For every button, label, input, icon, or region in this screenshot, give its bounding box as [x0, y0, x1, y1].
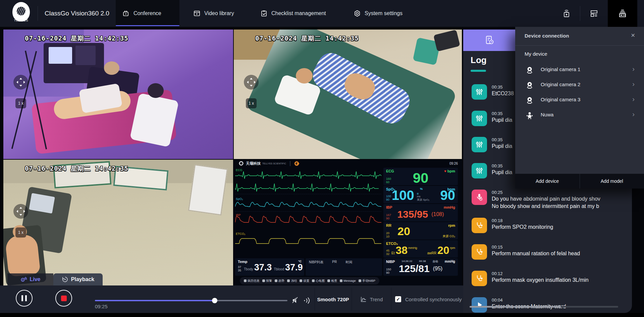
monitor-ecg-panel: ECG ♥ bpm 16060 90 — [383, 168, 458, 185]
device-item-original-camera-3[interactable]: Original camera 3 › — [515, 93, 644, 108]
zoom-level-badge[interactable]: 1 x — [246, 98, 257, 108]
dpad-arrows-icon — [15, 206, 26, 217]
volume-waves-button[interactable] — [303, 297, 311, 305]
log-entry[interactable]: 00:18 Perform SPO2 monitoring — [472, 218, 629, 238]
taskbar-item[interactable]: 设置 — [300, 279, 309, 283]
device-item-original-camera-1[interactable]: Original camera 1 › — [515, 62, 644, 77]
log-entry-text: No bloody show and intermittent pain at … — [492, 203, 599, 209]
ecg-hi: 160 — [386, 177, 391, 180]
chevron-right-icon: › — [632, 110, 635, 118]
log-entry-text: EtCO238 — [492, 91, 514, 97]
webcam-icon — [525, 66, 534, 74]
tab-system-settings-label: System settings — [365, 10, 402, 16]
stop-icon — [61, 296, 67, 301]
tab-video-library[interactable]: Video library — [186, 0, 241, 27]
add-device-button[interactable]: Add device — [515, 174, 580, 189]
screen-cast-button[interactable] — [557, 0, 576, 27]
log-scrollbar-thumb[interactable] — [470, 306, 561, 308]
monitor-nibp-list-panel: NIBP列表 PR 时间 — [306, 258, 382, 276]
taskbar-item[interactable]: 病历信息 — [244, 279, 260, 283]
taskbar-label: 检查 — [331, 279, 337, 283]
quality-selector[interactable]: Smooth 720P — [315, 285, 352, 313]
monitor-temp-panel: Temp °C 3735 Tbody 37.3 Tblood 37.9 — [235, 258, 304, 276]
device-panel-header: Device connection ✕ — [515, 27, 644, 46]
taskbar-item[interactable]: Message — [340, 279, 356, 282]
globe-icon — [17, 7, 25, 15]
taskbar-item[interactable]: 趋势 — [275, 279, 284, 283]
log-title-underline — [471, 70, 486, 72]
taskbar-glyph-icon — [312, 279, 315, 282]
log-entry-time: 00:12 — [492, 271, 503, 276]
taskbar-label: 冻结 — [291, 279, 297, 283]
spo2-value: 100 — [392, 189, 414, 202]
logo-oval — [12, 2, 30, 21]
device-item-nuwa[interactable]: Nuwa › — [515, 108, 644, 123]
taskbar-item[interactable]: 报警 — [262, 279, 272, 283]
log-entry[interactable]: 00:04 Enter the scene Maternity ward — [472, 297, 629, 313]
nibp-mean: (95) — [433, 266, 442, 272]
video-library-icon — [193, 10, 201, 17]
device-section-label: My device — [525, 51, 547, 57]
trend-button[interactable]: Trend — [352, 285, 391, 313]
temp-hi: 37 — [238, 265, 241, 269]
video-feed-training-room[interactable]: 07-16-2024 星期二 14:42:35 1 x — [3, 160, 233, 285]
ecg-waveform-2 — [235, 179, 381, 194]
add-model-button[interactable]: Add model — [580, 174, 644, 189]
spo2-lo: 90 — [386, 198, 391, 201]
trend-chart-icon — [360, 296, 367, 303]
log-entry[interactable]: 00:12 Perform mask oxygen insufflation 3… — [472, 271, 629, 291]
ecg-unit: bpm — [447, 169, 455, 173]
taskbar-item[interactable]: 冻结 — [287, 279, 297, 283]
pause-button[interactable] — [16, 290, 33, 307]
parameter-sliders-icon — [472, 163, 487, 178]
ptz-dpad-control[interactable] — [244, 75, 259, 90]
layout-switch-button[interactable] — [584, 0, 604, 27]
ecg-value: 90 — [386, 171, 455, 185]
ptz-dpad-control[interactable] — [13, 204, 28, 219]
taskbar-item[interactable]: 心电图 — [312, 279, 325, 283]
log-entry-time: 00:18 — [492, 218, 503, 223]
monitor-taskbar[interactable]: 病历信息 报警 趋势 冻结 设置 心电图 检查 Message 手动NIBP — [240, 277, 379, 284]
video-feed-delivery-room[interactable]: 07-16-2024 星期二 14:42:35 1 x — [3, 30, 233, 159]
tab-live[interactable]: Live — [7, 273, 53, 285]
tab-playback[interactable]: Playback — [53, 273, 103, 285]
rr-hi: 20 — [386, 231, 389, 235]
nibp-value: 125/81 — [399, 264, 430, 274]
log-entry[interactable]: 00:25 Do you have abdominal pain and blo… — [472, 190, 629, 213]
pr-value: 90 — [440, 189, 455, 202]
tblood-value: 37.9 — [285, 263, 303, 272]
conference-camera-icon — [122, 10, 130, 17]
taskbar-label: 趋势 — [278, 279, 284, 283]
device-connection-button[interactable] — [608, 0, 637, 27]
zoom-level-badge[interactable]: 1 x — [15, 227, 26, 237]
video-feed-ward-bed[interactable]: 07-16-2024 星期二 14:42:35 1 x — [234, 30, 462, 159]
zoom-level-badge[interactable]: 1 x — [15, 98, 26, 108]
divider — [580, 6, 580, 21]
ibp-mean: (108) — [431, 211, 444, 217]
taskbar-label: 病历信息 — [248, 279, 260, 283]
log-entry[interactable]: 00:15 Perform manual ratation of felal h… — [472, 244, 629, 264]
stop-record-button[interactable] — [55, 290, 72, 307]
taskbar-item[interactable]: 手动NIBP — [359, 279, 375, 283]
trend-label: Trend — [370, 297, 383, 302]
play-scene-icon — [472, 297, 487, 313]
device-connection-panel: Device connection ✕ My device Original c… — [515, 27, 644, 189]
parameter-sliders-icon — [472, 111, 487, 126]
taskbar-item[interactable]: 检查 — [327, 279, 337, 283]
monitor-etco2-panel: ETCO₂ 4532 Et 38 mmHg awRR 20 rpm — [383, 240, 458, 258]
video-feed-patient-monitor[interactable]: 天堰科技 TELLYES SCIENTIFIC | 09:26 ECG SpO₂… — [234, 160, 462, 285]
close-icon[interactable]: ✕ — [631, 32, 635, 39]
progress-fill — [95, 300, 215, 301]
tab-system-settings[interactable]: System settings — [347, 0, 409, 27]
sync-checkbox[interactable]: ✓ — [395, 296, 401, 302]
video-timestamp: 07-16-2024 星期二 14:42:35 — [25, 164, 128, 173]
ptz-dpad-control[interactable] — [13, 75, 28, 90]
mute-button[interactable] — [291, 296, 300, 305]
device-item-original-camera-2[interactable]: Original camera 2 › — [515, 77, 644, 93]
taskbar-glyph-icon — [287, 279, 290, 282]
tab-live-label: Live — [30, 276, 40, 282]
progress-knob[interactable] — [212, 298, 217, 303]
tab-checklist-management[interactable]: Checklist management — [254, 0, 333, 27]
log-tab[interactable] — [463, 30, 515, 51]
tab-conference[interactable]: Conference — [116, 0, 179, 27]
